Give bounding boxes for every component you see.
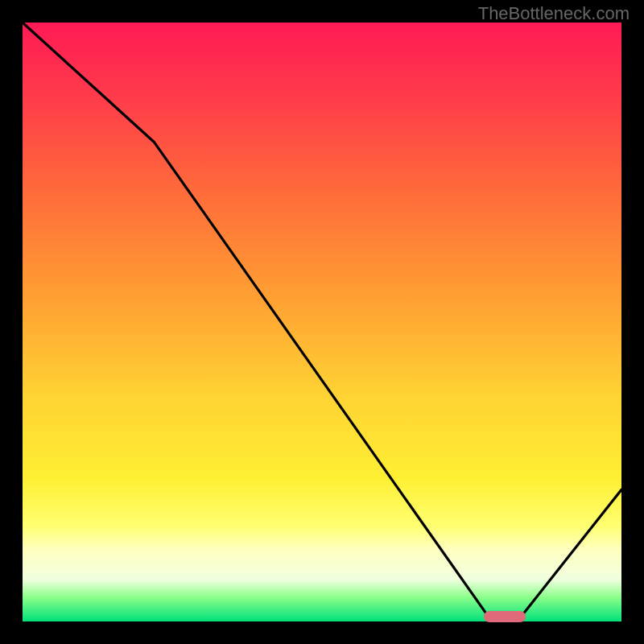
optimal-range-marker: [484, 611, 526, 622]
watermark-text: TheBottleneck.com: [478, 3, 630, 24]
bottleneck-curve: [23, 23, 621, 621]
chart-frame: TheBottleneck.com: [0, 0, 644, 644]
